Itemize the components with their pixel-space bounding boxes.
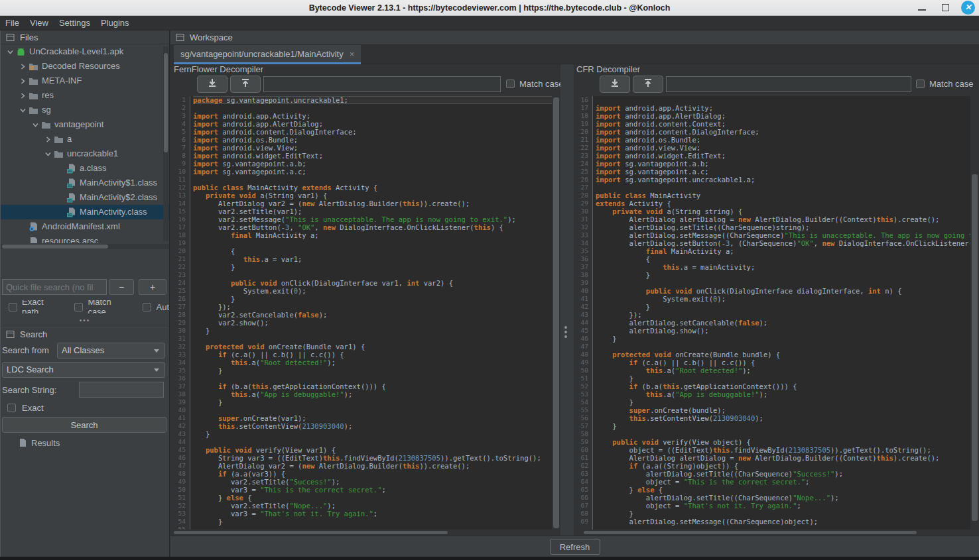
code-area[interactable]: 1234567891011121314151617181920212223242… <box>171 96 552 530</box>
menu-file[interactable]: File <box>0 16 25 30</box>
save-button[interactable] <box>197 76 228 93</box>
bottom-splitter-grip[interactable] <box>576 531 590 535</box>
panel-splitter-handle[interactable]: ••• <box>1 317 169 325</box>
tree-item-sg[interactable]: sg <box>1 103 169 117</box>
tree-vertical-scrollbar[interactable] <box>163 46 168 241</box>
close-button[interactable]: ✕ <box>959 0 978 16</box>
menu-plugins[interactable]: Plugins <box>96 16 135 30</box>
code-line: } else { <box>596 486 970 494</box>
chevron-down-icon[interactable] <box>17 107 29 113</box>
tree-item-a-class[interactable]: 01a.class <box>1 161 169 176</box>
chevron-right-icon[interactable] <box>42 137 54 142</box>
tree-horizontal-scrollbar[interactable] <box>1 244 169 249</box>
refresh-button[interactable]: Refresh <box>550 539 600 555</box>
code-line: import sg.vantagepoint.a.c; <box>596 168 970 176</box>
chevron-down-icon[interactable] <box>30 122 41 128</box>
scrollbar-thumb[interactable] <box>164 53 168 152</box>
minimize-button[interactable] <box>913 0 931 16</box>
search-button[interactable]: Search <box>2 417 166 433</box>
scrollbar-thumb[interactable] <box>553 97 559 528</box>
tab-close-icon[interactable]: × <box>350 49 355 59</box>
exact-path-checkbox[interactable] <box>9 303 17 311</box>
code-line: this.a("App is debuggable!"); <box>596 390 970 398</box>
tree-item-label: sg <box>40 103 51 117</box>
save-button[interactable] <box>600 76 630 93</box>
search-from-dropdown[interactable]: All Classes <box>57 343 165 359</box>
pane-match-case-checkbox[interactable] <box>916 80 925 88</box>
exact-checkbox[interactable] <box>7 404 16 412</box>
code-line: public void onClick(DialogInterface var1… <box>193 279 552 287</box>
tree-item-label: uncrackable1 <box>65 146 118 161</box>
search-string-label: Search String: <box>2 385 56 395</box>
horizontal-scrollbar[interactable] <box>171 530 552 535</box>
maximize-icon <box>942 4 949 11</box>
quick-file-search-input[interactable] <box>2 279 107 295</box>
menu-settings[interactable]: Settings <box>54 16 96 30</box>
pane-match-case-checkbox[interactable] <box>506 80 515 88</box>
scrollbar-thumb[interactable] <box>972 174 978 521</box>
code-line: var2.setTitle("Nope..."); <box>193 502 552 510</box>
tree-item-res[interactable]: res <box>1 88 169 103</box>
tree-item-decoded-resources[interactable]: Decoded Resources <box>1 59 169 74</box>
results-row[interactable]: Results <box>19 436 60 449</box>
search-string-input[interactable] <box>79 382 164 398</box>
scrollbar-thumb[interactable] <box>174 531 448 534</box>
match-case-checkbox[interactable] <box>74 303 83 311</box>
tree-item-uncrackable1[interactable]: uncrackable1 <box>1 146 169 161</box>
splitter-grip-icon <box>564 324 567 340</box>
pane-search-input[interactable] <box>666 76 911 92</box>
scrollbar-thumb[interactable] <box>584 531 917 534</box>
expand-all-button[interactable]: + <box>139 279 166 295</box>
code-line: import android.app.AlertDialog; <box>193 120 552 128</box>
tree-item-meta-inf[interactable]: META-INF <box>1 74 169 88</box>
tab-bar: sg/vantagepoint/uncrackable1/MainActivit… <box>170 45 979 64</box>
code-line: } <box>596 398 970 406</box>
code-line: object = "This is the correct secret."; <box>596 478 970 486</box>
code-line: private void a(String var1) { <box>193 192 552 199</box>
open-button[interactable] <box>633 76 663 93</box>
code-line: } <box>193 518 552 526</box>
tree-item-mainactivity-2-class[interactable]: 01MainActivity$2.class <box>1 190 169 205</box>
chevron-right-icon[interactable] <box>17 93 29 99</box>
folder-icon <box>29 106 40 115</box>
horizontal-scrollbar[interactable] <box>574 530 970 535</box>
collapse-all-button[interactable]: − <box>109 279 134 295</box>
code-line: }); <box>193 303 552 311</box>
open-button[interactable] <box>230 76 261 93</box>
files-panel-header: Files <box>1 30 169 44</box>
vertical-scrollbar[interactable] <box>552 96 560 530</box>
chevron-down-icon[interactable] <box>5 49 16 55</box>
search-mode-value: LDC Search <box>7 364 54 374</box>
arsc-icon <box>29 237 40 244</box>
workspace-header: Workspace <box>170 30 979 45</box>
tree-item-mainactivity-1-class[interactable]: 01MainActivity$1.class <box>1 176 169 190</box>
code-line: public class MainActivity extends Activi… <box>193 184 552 192</box>
maximize-button[interactable] <box>937 0 955 16</box>
tree-item-mainactivity-class[interactable]: 01MainActivity.class <box>1 205 169 219</box>
tree-item-vantagepoint[interactable]: vantagepoint <box>1 117 169 132</box>
auto-checkbox[interactable] <box>143 303 151 311</box>
chevron-right-icon[interactable] <box>17 64 29 70</box>
tree-item-uncrackable-level1-apk[interactable]: UnCrackable-Level1.apk <box>1 44 169 59</box>
pane-splitter[interactable] <box>560 64 574 535</box>
tab-mainactivity[interactable]: sg/vantagepoint/uncrackable1/MainActivit… <box>174 45 361 64</box>
code-lines: import android.app.Activity;import andro… <box>593 96 970 530</box>
menu-view[interactable]: View <box>25 16 54 30</box>
scrollbar-thumb[interactable] <box>2 245 108 249</box>
tree-item-a[interactable]: a <box>1 132 169 146</box>
code-line: String var3 = ((EditText)this.findViewBy… <box>193 454 552 462</box>
code-line: { <box>596 255 970 263</box>
vertical-scrollbar[interactable] <box>970 96 979 530</box>
line-numbers: 1617181920212223242526272829303132333435… <box>574 96 593 530</box>
code-line: public void onClick(DialogInterface dial… <box>596 287 970 295</box>
svg-text:01: 01 <box>68 198 72 202</box>
panel-icon <box>6 33 15 42</box>
chevron-right-icon[interactable] <box>17 78 29 84</box>
search-mode-dropdown[interactable]: LDC Search <box>2 362 165 378</box>
code-line: super.onCreate(var1); <box>193 414 552 422</box>
code-area[interactable]: 1617181920212223242526272829303132333435… <box>574 96 970 530</box>
chevron-down-icon[interactable] <box>42 151 54 157</box>
tree-item-resources-arsc[interactable]: resources.arsc <box>1 234 169 243</box>
tree-item-androidmanifest-xml[interactable]: AndroidManifest.xml <box>1 219 169 234</box>
pane-search-input[interactable] <box>263 76 501 92</box>
